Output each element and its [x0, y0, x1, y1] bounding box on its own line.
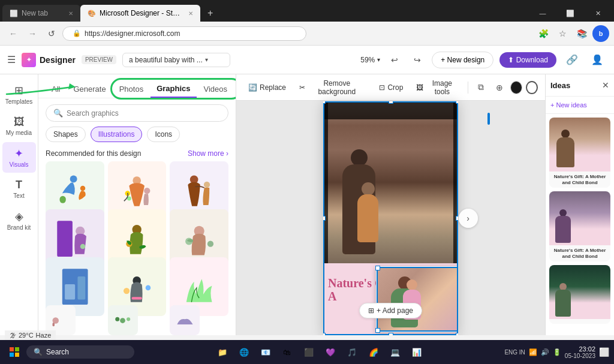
remove-bg-icon: ✂: [299, 83, 305, 92]
taskbar-time[interactable]: 23:02 05-10-2023: [565, 345, 595, 359]
browser-chrome: ⬜ New tab ✕ 🎨 Microsoft Designer - Stunn…: [0, 0, 614, 364]
taskbar-app-explorer[interactable]: 📁: [213, 342, 232, 362]
share-btn[interactable]: 🔗: [562, 50, 582, 70]
crop-btn[interactable]: ⊡ Crop: [374, 80, 408, 95]
add-page-btn[interactable]: ⊞ + Add page: [359, 303, 422, 318]
svg-rect-2: [80, 185, 85, 191]
win-minimize-btn[interactable]: —: [529, 5, 556, 22]
remove-bg-btn[interactable]: ✂ Remove background: [294, 76, 371, 99]
toolbar-color-dark[interactable]: [510, 81, 522, 94]
address-text: https://designer.microsoft.com: [85, 29, 180, 38]
taskbar-search-icon: 🔍: [34, 348, 43, 356]
designer-tab-icon: 🎨: [88, 10, 96, 17]
graphic-item-12[interactable]: [170, 305, 200, 335]
taskbar-app-powerpoint[interactable]: 📊: [407, 342, 426, 362]
design-canvas[interactable]: Nature's Gift: A: [323, 101, 458, 335]
address-bar[interactable]: 🔒 https://designer.microsoft.com: [62, 26, 306, 41]
tab-photos[interactable]: Photos: [113, 81, 149, 97]
wifi-icon: 📶: [529, 348, 537, 356]
ideas-close-btn[interactable]: ✕: [602, 80, 609, 90]
tab-videos[interactable]: Videos: [198, 81, 234, 97]
handle-lm[interactable]: [323, 216, 326, 221]
idea-card-1[interactable]: Nature's Gift: A Mother and Child Bond: [549, 118, 610, 188]
inset-handle-tl[interactable]: [375, 266, 380, 270]
sidebar-item-text[interactable]: T Text: [2, 174, 36, 204]
handle-bl[interactable]: [323, 333, 326, 335]
design-name-dropdown[interactable]: a beautiful baby with ... ▾: [122, 53, 230, 67]
taskbar-app-dell[interactable]: 💻: [386, 342, 405, 362]
handle-tr[interactable]: [456, 101, 458, 104]
tab-close-icon[interactable]: ✕: [68, 10, 73, 17]
forward-btn[interactable]: →: [24, 25, 41, 42]
collections-btn[interactable]: 📚: [573, 25, 590, 42]
handle-br[interactable]: [456, 333, 458, 335]
sidebar-item-templates[interactable]: ⊞ Templates: [2, 79, 36, 110]
filter-shapes[interactable]: Shapes: [46, 127, 86, 142]
svg-rect-31: [15, 347, 19, 351]
taskbar-app-edge[interactable]: 🌐: [234, 342, 254, 362]
extensions-btn[interactable]: 🧩: [535, 25, 552, 42]
new-design-btn[interactable]: + New design: [432, 52, 493, 68]
zoom-control[interactable]: 59% ▾: [360, 56, 380, 64]
replace-btn[interactable]: 🔄 Replace: [243, 80, 291, 95]
account-btn[interactable]: 👤: [588, 50, 607, 70]
download-btn[interactable]: ⬆ Download: [499, 52, 556, 68]
sidebar-item-visuals[interactable]: ✦ Visuals: [2, 142, 36, 173]
inset-handle-bl[interactable]: [375, 328, 380, 333]
handle-tm[interactable]: [389, 101, 393, 104]
taskbar-app-store[interactable]: 🛍: [278, 342, 297, 362]
graphic-item-11[interactable]: [108, 305, 138, 335]
hamburger-btn[interactable]: ☰: [7, 54, 16, 65]
idea-card-2[interactable]: Nature's Gift: A Mother and Child Bond: [549, 191, 610, 261]
svg-point-21: [124, 288, 130, 294]
win-maximize-btn[interactable]: ⬜: [556, 5, 584, 22]
browser-tabbar: ⬜ New tab ✕ 🎨 Microsoft Designer - Stunn…: [0, 0, 614, 22]
handle-rm[interactable]: [456, 216, 458, 221]
tab-generate[interactable]: Generate: [67, 81, 112, 97]
notification-icon[interactable]: ⬜: [599, 347, 609, 357]
visuals-label: Visuals: [9, 161, 28, 168]
win-close-btn[interactable]: ✕: [584, 5, 612, 22]
taskbar-app-mail[interactable]: 📧: [256, 342, 275, 362]
profile-btn[interactable]: b: [592, 25, 609, 42]
sidebar-icons: ⊞ Templates 🖼 My media ✦ Visuals T Text …: [0, 74, 38, 335]
taskbar-search[interactable]: 🔍 Search: [26, 345, 134, 359]
toolbar-copy-btn[interactable]: ⧉: [473, 79, 488, 96]
browser-tab-newtab[interactable]: ⬜ New tab ✕: [2, 5, 80, 22]
weather-temp: 29°C: [19, 332, 34, 339]
handle-tl[interactable]: [323, 101, 326, 104]
text-label: Text: [13, 192, 24, 199]
sidebar-item-my-media[interactable]: 🖼 My media: [2, 111, 36, 141]
taskbar-app-teams[interactable]: 💜: [321, 342, 340, 362]
undo-btn[interactable]: ↩: [386, 52, 403, 68]
inset-photo[interactable]: ↺: [376, 266, 458, 332]
taskbar-app-terminal[interactable]: ⬛: [299, 342, 318, 362]
idea-card-3[interactable]: [549, 265, 610, 324]
preview-badge: PREVIEW: [82, 55, 116, 64]
filter-illustrations[interactable]: Illustrations: [91, 127, 143, 142]
browser-tab-designer[interactable]: 🎨 Microsoft Designer - Stunning d... ✕: [80, 5, 200, 22]
canvas-nav-arrow[interactable]: ›: [459, 209, 478, 228]
start-btn[interactable]: [5, 342, 24, 362]
handle-bm[interactable]: [389, 333, 393, 335]
designer-tab-close-icon[interactable]: ✕: [188, 10, 193, 17]
favorites-btn[interactable]: ☆: [554, 25, 571, 42]
new-tab-button[interactable]: +: [203, 5, 218, 22]
toolbar-layers-btn[interactable]: ⊕: [492, 79, 507, 96]
redo-btn[interactable]: ↪: [409, 52, 426, 68]
filter-icons[interactable]: Icons: [147, 127, 180, 142]
image-tools-btn[interactable]: 🖼 Image tools: [411, 76, 463, 99]
taskbar-app-chrome[interactable]: 🌈: [364, 342, 383, 362]
back-btn[interactable]: ←: [5, 25, 22, 42]
tab-graphics[interactable]: Graphics: [151, 80, 196, 98]
search-input[interactable]: [67, 109, 221, 118]
show-more-btn[interactable]: Show more ›: [188, 149, 228, 158]
toolbar-color-outline[interactable]: [526, 81, 538, 94]
new-ideas-btn[interactable]: + New ideas: [546, 97, 614, 114]
my-media-icon: 🖼: [14, 116, 25, 128]
tab-all[interactable]: All: [46, 81, 66, 97]
rotate-handle[interactable]: ↺: [415, 334, 425, 335]
sidebar-item-brand-kit[interactable]: ◈ Brand kit: [2, 205, 36, 236]
refresh-btn[interactable]: ↺: [43, 25, 60, 42]
taskbar-app-music[interactable]: 🎵: [342, 342, 362, 362]
